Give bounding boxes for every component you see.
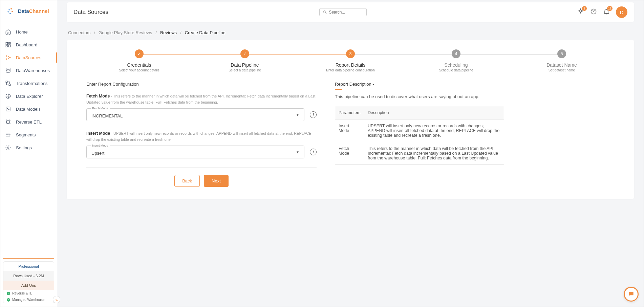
sidebar-item-label: Reverse ETL [16, 119, 42, 125]
insert-mode-select[interactable]: Insert Mode Upsert ▼ [86, 146, 304, 158]
search-box[interactable] [319, 8, 367, 16]
svg-point-12 [7, 108, 8, 109]
info-icon[interactable]: i [310, 111, 317, 118]
sidebar-item-label: DataSources [16, 55, 41, 60]
breadcrumb-link[interactable]: Connectors [68, 30, 90, 35]
check-icon [7, 292, 10, 295]
svg-point-13 [8, 109, 9, 110]
plan-feat-1: Reverse ETL [3, 290, 54, 297]
content-panel: ✓CredentialsSelect your account details … [67, 40, 634, 199]
svg-point-16 [6, 123, 7, 124]
sparkle-icon[interactable]: 1 [577, 8, 584, 16]
svg-point-15 [9, 120, 10, 121]
sidebar-item-segments[interactable]: Segments [0, 128, 57, 141]
sidebar-item-label: Dashboard [16, 42, 38, 47]
breadcrumb: Connectors/ Google Play Store Reviews/ R… [67, 22, 634, 40]
sidebar-item-label: Data Models [16, 107, 41, 112]
svg-point-22 [630, 293, 631, 294]
search-icon [323, 10, 327, 15]
svg-rect-9 [9, 84, 10, 86]
bell-icon[interactable]: 11 [603, 8, 610, 16]
field-label: Fetch Mode [86, 94, 110, 98]
section-label: Enter Report Configuration [86, 82, 317, 87]
step-1[interactable]: ✓CredentialsSelect your account details [86, 49, 192, 72]
reverseetl-icon [5, 119, 11, 125]
sidebar-item-datasources[interactable]: DataSources [0, 51, 57, 64]
description-table: ParametersDescription Insert ModeUPSERT … [335, 106, 504, 165]
step-4[interactable]: 4SchedulingSchedule data pipeline [403, 49, 509, 72]
database-icon [5, 67, 11, 73]
svg-point-19 [7, 147, 9, 149]
bell-badge: 11 [607, 6, 613, 11]
table-row: Insert ModeUPSERT will insert only new r… [335, 119, 504, 142]
fetch-mode-field: Fetch Mode - This refers to the manner i… [86, 93, 317, 121]
table-row: Fetch ModeThis refers to the manner in w… [335, 142, 504, 165]
svg-point-24 [632, 293, 632, 294]
info-icon[interactable]: i [310, 149, 317, 155]
sparkle-badge: 1 [582, 6, 587, 11]
step-3[interactable]: 3Report DetailsEnter data pipeline confi… [298, 49, 403, 72]
next-button[interactable]: Next [204, 175, 229, 187]
sidebar-footer: Professional Rows Used - 6.2M Add Ons Re… [3, 258, 54, 303]
main: Data Sources 1 11 D Connectors/ Google P… [57, 0, 644, 307]
field-help: - This refers to the manner in which dat… [86, 94, 315, 104]
plan-name: Professional [3, 262, 54, 271]
sidebar: DataChannel Home Dashboard DataSources D… [0, 0, 57, 307]
sidebar-item-label: Home [16, 29, 28, 35]
svg-rect-0 [6, 42, 7, 45]
sidebar-item-reverseetl[interactable]: Reverse ETL [0, 115, 57, 128]
svg-point-20 [323, 11, 326, 13]
breadcrumb-current: Reviews [160, 30, 177, 35]
help-icon[interactable] [590, 8, 597, 16]
sidebar-item-transformations[interactable]: Transformations [0, 77, 57, 90]
step-2[interactable]: ✓Data PipelineSelect a data pipeline [192, 49, 298, 72]
logo[interactable]: DataChannel [0, 0, 57, 21]
chat-fab[interactable] [624, 287, 639, 302]
stepper: ✓CredentialsSelect your account details … [86, 49, 615, 72]
fetch-mode-select[interactable]: Fetch Mode INCREMENTAL ▼ [86, 108, 304, 121]
svg-point-17 [9, 123, 10, 124]
topbar: Data Sources 1 11 D [67, 2, 634, 22]
description-column: Report Description - This pipeline can b… [335, 82, 504, 187]
sidebar-collapse-button[interactable]: « [53, 296, 60, 303]
check-icon [7, 298, 10, 302]
sidebar-item-label: Transformations [16, 81, 47, 86]
sidebar-item-home[interactable]: Home [0, 25, 57, 38]
search-input[interactable] [329, 10, 363, 15]
breadcrumb-link[interactable]: Google Play Store Reviews [99, 30, 152, 35]
svg-point-4 [6, 56, 7, 57]
segments-icon [5, 132, 11, 138]
home-icon [5, 29, 11, 35]
plan-feat-2: Managed Warehouse [3, 297, 54, 303]
svg-rect-1 [9, 42, 10, 44]
logo-icon [5, 6, 15, 16]
sidebar-item-label: Settings [16, 145, 32, 150]
svg-rect-2 [9, 45, 10, 47]
sidebar-item-dashboard[interactable]: Dashboard [0, 38, 57, 51]
nav: Home Dashboard DataSources DataWarehouse… [0, 21, 57, 258]
svg-rect-3 [6, 46, 7, 47]
field-help: - UPSERT will insert only new records or… [86, 131, 312, 141]
chevron-down-icon: ▼ [296, 113, 299, 117]
step-5[interactable]: 5Dataset NameSet dataset name [509, 49, 615, 72]
transform-icon [5, 80, 11, 86]
check-icon: ✓ [135, 49, 144, 58]
svg-point-5 [6, 59, 7, 60]
check-icon: ✓ [240, 49, 249, 58]
svg-rect-8 [6, 81, 7, 83]
svg-point-7 [6, 68, 10, 70]
svg-point-6 [9, 57, 10, 58]
sidebar-item-dataexplorer[interactable]: Data Explorer [0, 90, 57, 103]
plan-addons: Add Ons [3, 281, 54, 290]
svg-point-18 [9, 134, 10, 135]
sidebar-item-label: DataWarehouses [16, 68, 50, 73]
avatar[interactable]: D [616, 6, 627, 18]
back-button[interactable]: Back [174, 175, 200, 187]
sidebar-item-datawarehouses[interactable]: DataWarehouses [0, 64, 57, 77]
sidebar-item-settings[interactable]: Settings [0, 141, 57, 154]
sidebar-item-datamodels[interactable]: Data Models [0, 103, 57, 115]
sidebar-item-label: Data Explorer [16, 94, 43, 99]
chat-icon [628, 291, 635, 298]
dashboard-icon [5, 42, 11, 48]
insert-mode-field: Insert Mode - UPSERT will insert only ne… [86, 130, 317, 158]
